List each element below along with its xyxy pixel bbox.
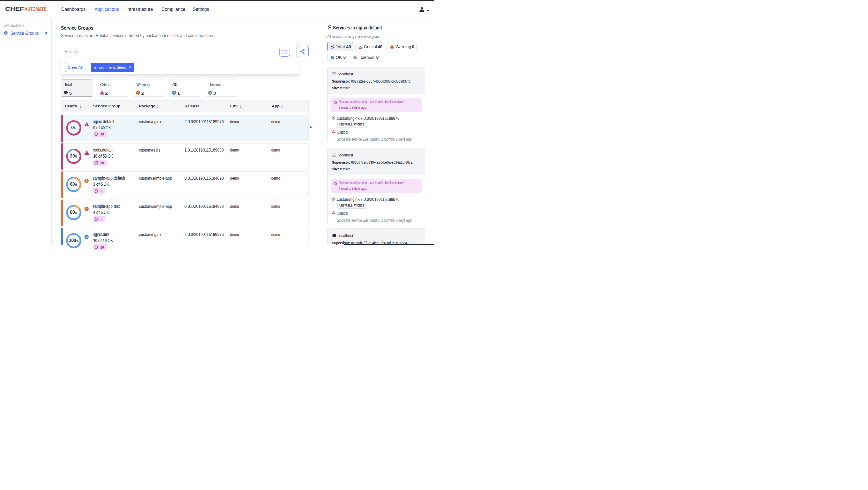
svg-text:?: ? (209, 91, 211, 94)
svg-text:?: ? (354, 56, 355, 59)
svg-text:CHEF: CHEF (5, 6, 24, 12)
svg-text:AUTOMATE: AUTOMATE (25, 6, 46, 12)
